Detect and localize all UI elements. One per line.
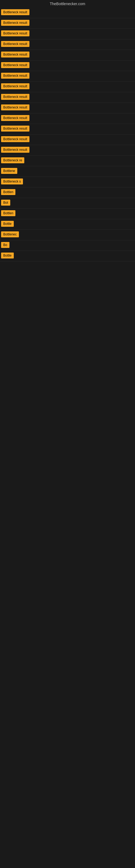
bottleneck-result-badge[interactable]: Bottlene bbox=[1, 168, 17, 174]
result-row: Bottle bbox=[0, 219, 135, 230]
result-row: Bottle bbox=[0, 251, 135, 261]
result-row: Bottleneck s bbox=[0, 177, 135, 187]
bottleneck-result-badge[interactable]: Bottleneck result bbox=[1, 115, 30, 121]
bottleneck-result-badge[interactable]: Bottleneck result bbox=[1, 94, 30, 100]
bottleneck-result-badge[interactable]: Bottleneck result bbox=[1, 73, 30, 79]
bottleneck-result-badge[interactable]: Bottleneck result bbox=[1, 104, 30, 111]
result-row: Bottleneck result bbox=[0, 18, 135, 29]
bottleneck-result-badge[interactable]: Bottle bbox=[1, 221, 14, 227]
bottleneck-result-badge[interactable]: Bottleneck result bbox=[1, 126, 30, 131]
bottleneck-result-badge[interactable]: Bottlen bbox=[1, 189, 15, 195]
result-row: Bottleneck result bbox=[0, 145, 135, 156]
result-row: Bottleneck result bbox=[0, 92, 135, 103]
result-row: Bottlen bbox=[0, 209, 135, 219]
result-row: Bottleneck result bbox=[0, 50, 135, 61]
bottleneck-result-badge[interactable]: Bottleneck result bbox=[1, 62, 30, 68]
bottleneck-result-badge[interactable]: Bottleneck result bbox=[1, 147, 30, 153]
bottleneck-result-badge[interactable]: Bot bbox=[1, 199, 10, 206]
bottleneck-result-badge[interactable]: Bottleneck result bbox=[1, 9, 30, 15]
result-row: Bot bbox=[0, 198, 135, 209]
result-row: Bo bbox=[0, 240, 135, 251]
site-title: TheBottlenecker.com bbox=[0, 0, 135, 8]
result-row: Bottleneck result bbox=[0, 113, 135, 124]
bottleneck-result-badge[interactable]: Bottleneck result bbox=[1, 41, 30, 47]
bottleneck-result-badge[interactable]: Bottlenec bbox=[1, 231, 19, 237]
bottleneck-result-badge[interactable]: Bottle bbox=[1, 252, 14, 258]
result-row: Bottleneck result bbox=[0, 82, 135, 92]
bottleneck-result-badge[interactable]: Bottleneck result bbox=[1, 20, 30, 26]
result-row: Bottleneck result bbox=[0, 39, 135, 50]
bottleneck-result-badge[interactable]: Bottleneck result bbox=[1, 52, 30, 58]
result-row: Bottleneck result bbox=[0, 103, 135, 113]
bottleneck-result-badge[interactable]: Bottlen bbox=[1, 210, 15, 216]
result-row: Bottleneck result bbox=[0, 124, 135, 134]
result-row: Bottleneck result bbox=[0, 8, 135, 18]
bottleneck-result-badge[interactable]: Bo bbox=[1, 242, 9, 248]
bottleneck-result-badge[interactable]: Bottleneck result bbox=[1, 30, 30, 36]
result-row: Bottleneck result bbox=[0, 61, 135, 71]
result-row: Bottleneck result bbox=[0, 29, 135, 39]
result-row: Bottlenec bbox=[0, 230, 135, 240]
site-header: TheBottlenecker.com bbox=[0, 0, 135, 8]
results-list: Bottleneck resultBottleneck resultBottle… bbox=[0, 8, 135, 261]
bottleneck-result-badge[interactable]: Bottleneck s bbox=[1, 179, 23, 184]
bottleneck-result-badge[interactable]: Bottleneck re bbox=[1, 157, 24, 163]
result-row: Bottleneck result bbox=[0, 71, 135, 82]
bottleneck-result-badge[interactable]: Bottleneck result bbox=[1, 83, 30, 89]
bottleneck-result-badge[interactable]: Bottleneck result bbox=[1, 136, 30, 142]
result-row: Bottleneck re bbox=[0, 156, 135, 166]
result-row: Bottlen bbox=[0, 187, 135, 198]
result-row: Bottlene bbox=[0, 166, 135, 177]
result-row: Bottleneck result bbox=[0, 134, 135, 145]
